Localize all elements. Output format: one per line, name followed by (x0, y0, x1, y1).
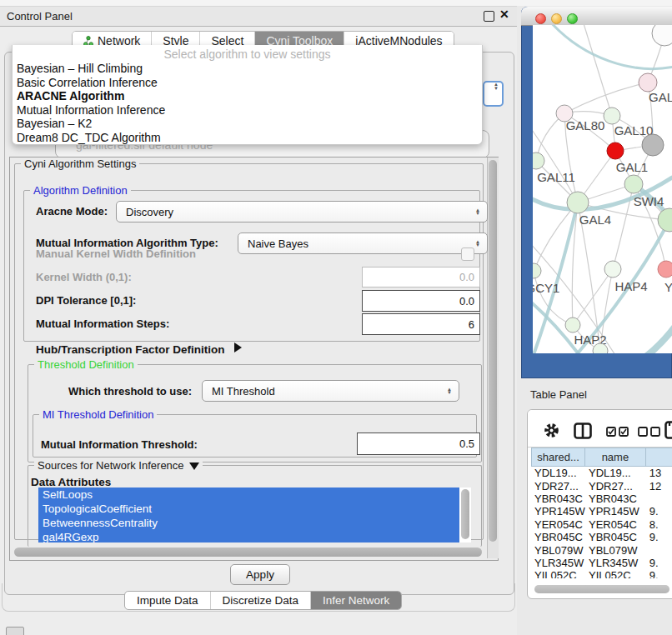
mi-threshold-field[interactable]: 0.5 (357, 432, 480, 455)
aracne-mode-value: Discovery (126, 206, 173, 218)
table-cell: YER054C (585, 518, 646, 531)
table-horizontal-scrollbar-thumb[interactable] (534, 585, 669, 593)
bottom-tab-discretize-data[interactable]: Discretize Data (211, 592, 312, 609)
network-node-label: SWI4 (634, 194, 664, 208)
table-cell: YDL19... (531, 467, 585, 479)
table-row[interactable]: YDR27...YDR27...12 (531, 479, 672, 492)
hub-definition-label[interactable]: Hub/Transcription Factor Definition (36, 343, 225, 356)
data-attribute-item[interactable]: TopologicalCoefficient (38, 502, 459, 516)
network-node-hap4[interactable] (604, 261, 621, 278)
table-cell: YBR043C (585, 492, 646, 505)
dropdown-option[interactable]: ARACNE Algorithm (16, 89, 479, 103)
list-scrollbar-thumb[interactable] (461, 489, 469, 539)
close-traffic-light-icon[interactable] (535, 13, 546, 24)
network-canvas[interactable]: GALGAL80GAL10GAL1SWI4GAL11GAL4GCY1HAP4YH… (533, 25, 672, 353)
which-threshold-label: Which threshold to use: (68, 385, 192, 398)
dpi-tolerance-field[interactable]: 0.0 (362, 290, 480, 312)
network-node-gal[interactable] (639, 73, 657, 92)
table-row[interactable]: YPR145WYPR145W9. (531, 505, 672, 518)
data-attribute-item[interactable]: BetweennessCentrality (38, 516, 459, 530)
table-cell: 9. (646, 557, 672, 569)
table-cell: YDR27... (585, 480, 646, 492)
network-node-hap2[interactable] (565, 318, 580, 332)
bottom-corner-button[interactable] (6, 627, 24, 635)
aracne-mode-combobox[interactable]: Discovery ▲▼ (116, 201, 488, 222)
control-panel-titlebar (0, 7, 517, 27)
network-node-gal4[interactable] (567, 192, 589, 213)
close-icon[interactable]: ✕ (499, 8, 509, 21)
combo-spinner-icon: ▲▼ (475, 240, 480, 248)
table-cell: YLR345W (585, 557, 646, 569)
apply-button[interactable]: Apply (230, 564, 290, 585)
network-node-gal1[interactable] (607, 142, 624, 159)
network-edge-highlighted (616, 325, 672, 353)
table-row[interactable]: YLR345WYLR345W9. (531, 557, 672, 569)
table-cell: YLR345W (531, 557, 585, 569)
manual-kernel-width-checkbox[interactable] (461, 248, 474, 261)
table-row[interactable]: YBL079WYBL079W (531, 543, 672, 556)
data-attributes-list[interactable]: SelfLoopsTopologicalCoefficientBetweenne… (38, 488, 471, 542)
vertical-scrollbar-thumb[interactable] (489, 160, 497, 542)
table-row[interactable]: YDL19...YDL19...13 (531, 467, 672, 479)
network-node[interactable] (658, 208, 672, 232)
table-cell: YBR045C (585, 531, 646, 543)
dropdown-option[interactable]: Mutual Information Inference (16, 103, 479, 118)
network-node-swi4[interactable] (624, 175, 643, 193)
sources-title[interactable]: Sources for Network Inference (34, 459, 203, 472)
horizontal-scrollbar-thumb[interactable] (14, 548, 482, 557)
dropdown-option[interactable]: Basic Correlation Inference (16, 76, 479, 90)
gear-icon[interactable] (544, 422, 559, 438)
data-attribute-item[interactable]: SelfLoops (38, 488, 459, 502)
bottom-tab-infer-network[interactable]: Infer Network (311, 592, 401, 609)
table-cell: YER054C (531, 518, 585, 531)
table-cell: 9. (646, 569, 672, 578)
columns-icon[interactable] (574, 422, 592, 439)
zoom-traffic-light-icon[interactable] (567, 13, 578, 24)
mi-steps-field[interactable]: 6 (362, 313, 480, 335)
float-window-icon[interactable] (484, 11, 494, 22)
network-node-gal10[interactable] (604, 108, 620, 124)
expand-arrow-icon[interactable] (234, 342, 242, 352)
which-threshold-combobox[interactable]: MI Threshold ▲▼ (202, 380, 459, 402)
network-edge (534, 202, 578, 271)
network-node-y[interactable] (658, 261, 672, 278)
network-node-gcy1[interactable] (533, 263, 541, 278)
column-header[interactable] (646, 448, 672, 467)
algorithm-combobox-focus-fragment[interactable]: ▲▼ (483, 81, 504, 107)
mi-algorithm-type-combobox[interactable]: Naive Bayes ▲▼ (238, 232, 488, 254)
column-header-name[interactable]: name (585, 448, 646, 467)
mi-algorithm-type-value: Naive Bayes (248, 238, 308, 250)
dpi-tolerance-label: DPI Tolerance [0,1]: (36, 294, 136, 307)
network-node-gal11[interactable] (533, 152, 544, 169)
network-view-window[interactable]: GALGAL80GAL10GAL1SWI4GAL11GAL4GCY1HAP4YH… (521, 7, 672, 378)
table-row[interactable]: YER054CYER054C8. (531, 518, 672, 531)
combo-spinner-icon: ▲▼ (475, 208, 480, 216)
bottom-tabbar: Impute DataDiscretize DataInfer Network (124, 591, 402, 610)
network-node[interactable] (652, 25, 672, 46)
minimize-traffic-light-icon[interactable] (551, 13, 562, 24)
network-node[interactable] (642, 134, 664, 156)
table-cell: YDR27... (531, 480, 585, 492)
table-row[interactable]: YBR045CYBR045C9. (531, 531, 672, 543)
data-attribute-item[interactable]: gal4RGexp (38, 530, 459, 542)
document-icon[interactable] (664, 421, 672, 439)
network-node-label: GAL11 (537, 170, 575, 184)
combo-spinner-icon: ▲▼ (447, 388, 452, 395)
bottom-tab-impute-data[interactable]: Impute Data (125, 592, 211, 609)
kernel-width-label: Kernel Width (0,1): (36, 271, 132, 283)
table-cell: YBR045C (531, 531, 585, 543)
dropdown-option[interactable]: Bayesian – Hill Climbing (16, 62, 479, 76)
network-node-label: GAL4 (579, 212, 611, 227)
kernel-width-field[interactable]: 0.0 (362, 267, 480, 288)
table-row[interactable]: YIL052CYIL052C9. (531, 569, 672, 578)
column-header-shared[interactable]: shared... (531, 448, 585, 467)
table-cell: YBL079W (585, 544, 646, 557)
deselect-checks-icon[interactable] (638, 427, 661, 437)
dropdown-option[interactable]: Dream8 DC_TDC Algorithm (16, 131, 479, 145)
table-body: YDL19...YDL19...13YDR27...YDR27...12YBR0… (531, 467, 672, 578)
table-row[interactable]: YBR043CYBR043C (531, 492, 672, 505)
table-cell: 9. (646, 531, 672, 543)
network-node-label: GAL1 (616, 160, 648, 174)
select-all-checks-icon[interactable] (606, 427, 629, 437)
dropdown-option[interactable]: Bayesian – K2 (16, 117, 479, 131)
